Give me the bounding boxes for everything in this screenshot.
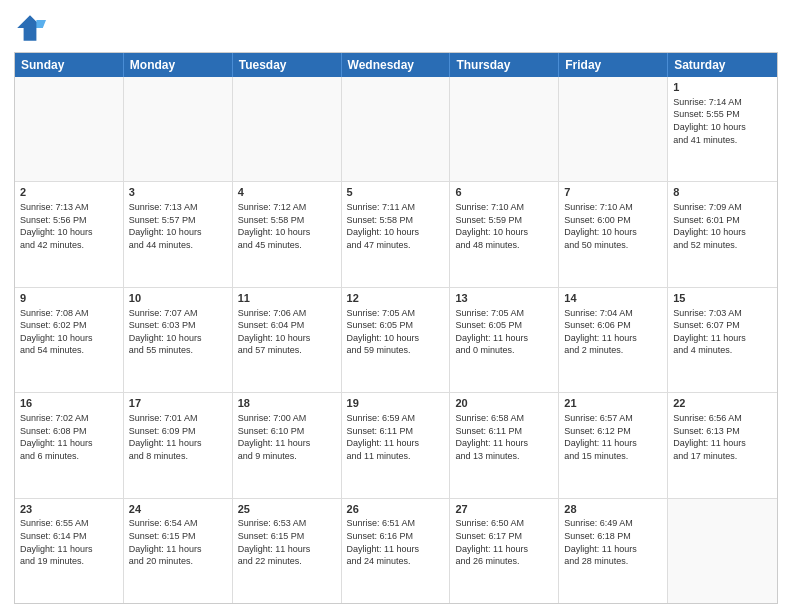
weekday-header-friday: Friday — [559, 53, 668, 77]
empty-cell-0-3 — [342, 77, 451, 181]
empty-cell-0-0 — [15, 77, 124, 181]
day-cell-4: 4Sunrise: 7:12 AM Sunset: 5:58 PM Daylig… — [233, 182, 342, 286]
weekday-header-sunday: Sunday — [15, 53, 124, 77]
day-info: Sunrise: 6:58 AM Sunset: 6:11 PM Dayligh… — [455, 412, 553, 462]
day-info: Sunrise: 7:10 AM Sunset: 6:00 PM Dayligh… — [564, 201, 662, 251]
day-info: Sunrise: 6:50 AM Sunset: 6:17 PM Dayligh… — [455, 517, 553, 567]
day-cell-21: 21Sunrise: 6:57 AM Sunset: 6:12 PM Dayli… — [559, 393, 668, 497]
header — [14, 12, 778, 44]
page: SundayMondayTuesdayWednesdayThursdayFrid… — [0, 0, 792, 612]
day-cell-2: 2Sunrise: 7:13 AM Sunset: 5:56 PM Daylig… — [15, 182, 124, 286]
day-number: 25 — [238, 502, 336, 517]
day-cell-18: 18Sunrise: 7:00 AM Sunset: 6:10 PM Dayli… — [233, 393, 342, 497]
day-info: Sunrise: 6:57 AM Sunset: 6:12 PM Dayligh… — [564, 412, 662, 462]
day-number: 1 — [673, 80, 772, 95]
day-cell-13: 13Sunrise: 7:05 AM Sunset: 6:05 PM Dayli… — [450, 288, 559, 392]
calendar-row-3: 16Sunrise: 7:02 AM Sunset: 6:08 PM Dayli… — [15, 392, 777, 497]
day-info: Sunrise: 7:08 AM Sunset: 6:02 PM Dayligh… — [20, 307, 118, 357]
empty-cell-0-4 — [450, 77, 559, 181]
day-cell-27: 27Sunrise: 6:50 AM Sunset: 6:17 PM Dayli… — [450, 499, 559, 603]
weekday-header-saturday: Saturday — [668, 53, 777, 77]
day-info: Sunrise: 7:04 AM Sunset: 6:06 PM Dayligh… — [564, 307, 662, 357]
day-cell-16: 16Sunrise: 7:02 AM Sunset: 6:08 PM Dayli… — [15, 393, 124, 497]
day-number: 15 — [673, 291, 772, 306]
day-number: 11 — [238, 291, 336, 306]
day-number: 27 — [455, 502, 553, 517]
calendar-row-2: 9Sunrise: 7:08 AM Sunset: 6:02 PM Daylig… — [15, 287, 777, 392]
weekday-header-tuesday: Tuesday — [233, 53, 342, 77]
day-info: Sunrise: 7:05 AM Sunset: 6:05 PM Dayligh… — [347, 307, 445, 357]
empty-cell-4-6 — [668, 499, 777, 603]
day-cell-17: 17Sunrise: 7:01 AM Sunset: 6:09 PM Dayli… — [124, 393, 233, 497]
day-number: 20 — [455, 396, 553, 411]
day-number: 9 — [20, 291, 118, 306]
calendar-header: SundayMondayTuesdayWednesdayThursdayFrid… — [15, 53, 777, 77]
day-info: Sunrise: 7:05 AM Sunset: 6:05 PM Dayligh… — [455, 307, 553, 357]
weekday-header-wednesday: Wednesday — [342, 53, 451, 77]
day-cell-3: 3Sunrise: 7:13 AM Sunset: 5:57 PM Daylig… — [124, 182, 233, 286]
day-info: Sunrise: 6:55 AM Sunset: 6:14 PM Dayligh… — [20, 517, 118, 567]
day-cell-19: 19Sunrise: 6:59 AM Sunset: 6:11 PM Dayli… — [342, 393, 451, 497]
day-number: 4 — [238, 185, 336, 200]
day-cell-20: 20Sunrise: 6:58 AM Sunset: 6:11 PM Dayli… — [450, 393, 559, 497]
day-cell-26: 26Sunrise: 6:51 AM Sunset: 6:16 PM Dayli… — [342, 499, 451, 603]
day-number: 13 — [455, 291, 553, 306]
empty-cell-0-1 — [124, 77, 233, 181]
day-number: 28 — [564, 502, 662, 517]
day-info: Sunrise: 7:13 AM Sunset: 5:57 PM Dayligh… — [129, 201, 227, 251]
weekday-header-monday: Monday — [124, 53, 233, 77]
day-cell-10: 10Sunrise: 7:07 AM Sunset: 6:03 PM Dayli… — [124, 288, 233, 392]
day-info: Sunrise: 7:14 AM Sunset: 5:55 PM Dayligh… — [673, 96, 772, 146]
calendar: SundayMondayTuesdayWednesdayThursdayFrid… — [14, 52, 778, 604]
day-info: Sunrise: 7:13 AM Sunset: 5:56 PM Dayligh… — [20, 201, 118, 251]
day-number: 18 — [238, 396, 336, 411]
day-cell-9: 9Sunrise: 7:08 AM Sunset: 6:02 PM Daylig… — [15, 288, 124, 392]
day-number: 16 — [20, 396, 118, 411]
day-info: Sunrise: 6:51 AM Sunset: 6:16 PM Dayligh… — [347, 517, 445, 567]
calendar-row-1: 2Sunrise: 7:13 AM Sunset: 5:56 PM Daylig… — [15, 181, 777, 286]
logo — [14, 12, 50, 44]
day-info: Sunrise: 6:54 AM Sunset: 6:15 PM Dayligh… — [129, 517, 227, 567]
calendar-body: 1Sunrise: 7:14 AM Sunset: 5:55 PM Daylig… — [15, 77, 777, 603]
day-number: 3 — [129, 185, 227, 200]
day-info: Sunrise: 7:12 AM Sunset: 5:58 PM Dayligh… — [238, 201, 336, 251]
day-number: 5 — [347, 185, 445, 200]
day-cell-6: 6Sunrise: 7:10 AM Sunset: 5:59 PM Daylig… — [450, 182, 559, 286]
calendar-row-0: 1Sunrise: 7:14 AM Sunset: 5:55 PM Daylig… — [15, 77, 777, 181]
day-number: 6 — [455, 185, 553, 200]
day-info: Sunrise: 7:02 AM Sunset: 6:08 PM Dayligh… — [20, 412, 118, 462]
day-number: 23 — [20, 502, 118, 517]
day-cell-28: 28Sunrise: 6:49 AM Sunset: 6:18 PM Dayli… — [559, 499, 668, 603]
empty-cell-0-5 — [559, 77, 668, 181]
day-info: Sunrise: 6:56 AM Sunset: 6:13 PM Dayligh… — [673, 412, 772, 462]
day-cell-7: 7Sunrise: 7:10 AM Sunset: 6:00 PM Daylig… — [559, 182, 668, 286]
day-info: Sunrise: 7:00 AM Sunset: 6:10 PM Dayligh… — [238, 412, 336, 462]
day-info: Sunrise: 6:49 AM Sunset: 6:18 PM Dayligh… — [564, 517, 662, 567]
day-cell-14: 14Sunrise: 7:04 AM Sunset: 6:06 PM Dayli… — [559, 288, 668, 392]
day-number: 21 — [564, 396, 662, 411]
day-number: 10 — [129, 291, 227, 306]
day-info: Sunrise: 7:03 AM Sunset: 6:07 PM Dayligh… — [673, 307, 772, 357]
day-cell-1: 1Sunrise: 7:14 AM Sunset: 5:55 PM Daylig… — [668, 77, 777, 181]
day-info: Sunrise: 7:11 AM Sunset: 5:58 PM Dayligh… — [347, 201, 445, 251]
day-cell-15: 15Sunrise: 7:03 AM Sunset: 6:07 PM Dayli… — [668, 288, 777, 392]
empty-cell-0-2 — [233, 77, 342, 181]
day-info: Sunrise: 7:09 AM Sunset: 6:01 PM Dayligh… — [673, 201, 772, 251]
day-info: Sunrise: 6:59 AM Sunset: 6:11 PM Dayligh… — [347, 412, 445, 462]
calendar-row-4: 23Sunrise: 6:55 AM Sunset: 6:14 PM Dayli… — [15, 498, 777, 603]
day-number: 22 — [673, 396, 772, 411]
logo-icon — [14, 12, 46, 44]
day-number: 7 — [564, 185, 662, 200]
day-number: 17 — [129, 396, 227, 411]
day-number: 14 — [564, 291, 662, 306]
day-number: 26 — [347, 502, 445, 517]
day-number: 8 — [673, 185, 772, 200]
day-cell-25: 25Sunrise: 6:53 AM Sunset: 6:15 PM Dayli… — [233, 499, 342, 603]
day-info: Sunrise: 6:53 AM Sunset: 6:15 PM Dayligh… — [238, 517, 336, 567]
svg-marker-1 — [36, 20, 46, 28]
day-cell-23: 23Sunrise: 6:55 AM Sunset: 6:14 PM Dayli… — [15, 499, 124, 603]
day-cell-12: 12Sunrise: 7:05 AM Sunset: 6:05 PM Dayli… — [342, 288, 451, 392]
day-info: Sunrise: 7:07 AM Sunset: 6:03 PM Dayligh… — [129, 307, 227, 357]
day-info: Sunrise: 7:06 AM Sunset: 6:04 PM Dayligh… — [238, 307, 336, 357]
day-info: Sunrise: 7:10 AM Sunset: 5:59 PM Dayligh… — [455, 201, 553, 251]
